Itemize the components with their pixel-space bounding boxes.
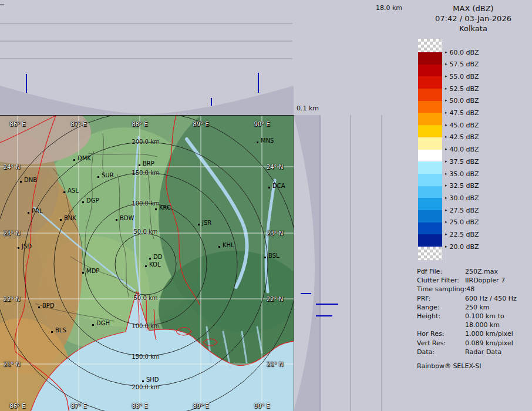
legend-band [418, 89, 442, 101]
legend-label: ▸60.0 dBZ [445, 49, 479, 56]
product-header: MAX (dBZ) 07:42 / 03-Jan-2026 Kolkata [415, 4, 532, 33]
legend-band [418, 223, 442, 235]
city-code: BSL [268, 252, 280, 259]
city-dot-icon [73, 159, 75, 161]
legend-transparent-above [418, 39, 442, 52]
city-dot-icon [38, 306, 40, 308]
legend-label: ▸47.5 dBZ [445, 109, 479, 117]
legend-label: ▸22.5 dBZ [445, 231, 479, 238]
legend-threshold-arrow-icon: ▸ [445, 111, 447, 115]
legend-threshold-arrow-icon: ▸ [445, 123, 447, 127]
legend-band [418, 137, 442, 150]
city-dot-icon [257, 142, 258, 143]
city-code: BNK [64, 215, 76, 221]
range-ring-label: 200.0 km [132, 139, 159, 145]
city-dot-icon [82, 272, 84, 274]
latitude-label: 23° N [4, 230, 20, 237]
legend-band [418, 234, 442, 247]
city-code: ASL [68, 187, 79, 194]
legend-threshold-arrow-icon: ▸ [445, 87, 447, 91]
legend-threshold-arrow-icon: ▸ [445, 233, 447, 237]
city-dot-icon [60, 219, 62, 221]
city-dot-icon [28, 212, 29, 214]
longitude-label: 89° E [193, 121, 208, 127]
legend-threshold-arrow-icon: ▸ [445, 50, 447, 55]
legend-threshold-arrow-icon: ▸ [445, 184, 447, 188]
city-code: DCA [272, 183, 285, 189]
metadata-panel: Pdf File:250Z.maxClutter Filter:IIRDoppl… [417, 267, 517, 370]
legend-threshold-arrow-icon: ▸ [445, 245, 447, 249]
longitude-label: 86° E [9, 403, 25, 409]
legend-band [418, 186, 442, 198]
city-code: BRP [143, 160, 154, 167]
legend-threshold-arrow-icon: ▸ [445, 99, 447, 103]
city-code: DGP [86, 197, 99, 204]
legend-band [418, 198, 442, 210]
longitude-label: 90° E [254, 403, 270, 409]
legend-threshold-arrow-icon: ▸ [445, 160, 447, 164]
range-ring-label: 150.0 km [132, 170, 159, 176]
legend-label: ▸50.0 dBZ [445, 97, 479, 105]
longitude-label: 87° E [70, 403, 86, 409]
legend-band [418, 161, 442, 174]
city-dot-icon [264, 257, 266, 258]
metadata-rows: Pdf File:250Z.maxClutter Filter:IIRDoppl… [417, 267, 517, 356]
city-dot-icon [97, 176, 99, 178]
city-dot-icon [116, 219, 117, 221]
legend-threshold-arrow-icon: ▸ [445, 196, 447, 200]
city-code: KOL [149, 261, 160, 268]
legend-band [418, 52, 442, 65]
longitude-label: 90° E [254, 121, 270, 127]
legend-band-column [418, 52, 442, 247]
legend-label: ▸35.0 dBZ [445, 170, 479, 178]
city-code: BDW [120, 215, 134, 221]
legend-band [418, 125, 442, 137]
metadata-row: Data:Radar Data [417, 348, 517, 356]
city-code: JSR [202, 220, 211, 226]
legend-label: ▸32.5 dBZ [445, 182, 479, 190]
legend-threshold-arrow-icon: ▸ [445, 147, 447, 151]
legend-band [418, 76, 442, 89]
longitude-label: 86° E [9, 121, 25, 127]
legend-band [418, 210, 442, 223]
legend-label: ▸20.0 dBZ [445, 243, 479, 251]
right-panel-arc [294, 115, 321, 411]
radar-display-window: 86° E86° E87° E87° E88° E88° E89° E89° E… [0, 0, 532, 411]
legend-label: ▸25.0 dBZ [445, 218, 479, 226]
legend-threshold-arrow-icon: ▸ [445, 75, 447, 79]
city-code: DD [153, 254, 162, 260]
metadata-row: Hor Res:1.000 km/pixel [417, 329, 517, 338]
latitude-label: 21° N [267, 361, 283, 368]
latitude-label: 22° N [267, 296, 283, 302]
range-ring-label: 150.0 km [132, 353, 159, 360]
radar-map[interactable]: 86° E86° E87° E87° E88° E88° E89° E89° E… [0, 115, 294, 411]
latitude-label: 24° N [4, 164, 20, 170]
city-code: SUR [102, 172, 114, 178]
legend-label: ▸45.0 dBZ [445, 122, 479, 129]
latitude-label: 24° N [267, 164, 283, 170]
city-code: KRC [159, 204, 171, 211]
range-ring-label: 50.0 km [134, 228, 158, 235]
legend-label: ▸27.5 dBZ [445, 207, 479, 214]
city-code: DNB [24, 177, 37, 183]
product-name: MAX (dBZ) [415, 4, 532, 14]
city-dot-icon [198, 224, 200, 225]
legend-label: ▸55.0 dBZ [445, 73, 479, 80]
top-panel-arc [0, 86, 294, 115]
legend-band [418, 113, 442, 125]
city-dot-icon [18, 247, 19, 249]
legend-threshold-arrow-icon: ▸ [445, 172, 447, 176]
city-code: KHL [223, 242, 234, 248]
legend-band [418, 65, 442, 77]
city-dot-icon [139, 164, 140, 166]
legend-threshold-arrow-icon: ▸ [445, 208, 447, 213]
height-min-label: 0.1 km [297, 105, 319, 112]
latitude-label: 23° N [267, 230, 283, 237]
product-datetime: 07:42 / 03-Jan-2026 [415, 14, 532, 23]
longitude-label: 87° E [70, 121, 86, 127]
station-name: Kolkata [415, 23, 532, 33]
legend-threshold-arrow-icon: ▸ [445, 135, 447, 139]
latitude-label: 21° N [4, 361, 20, 368]
city-dot-icon [63, 191, 65, 193]
legend-label: ▸52.5 dBZ [445, 85, 479, 93]
